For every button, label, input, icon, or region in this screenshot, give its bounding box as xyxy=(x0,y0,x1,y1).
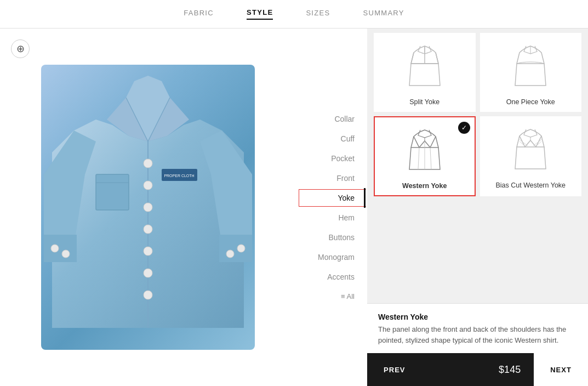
bias-cut-western-yoke-label: Bias Cut Western Yoke xyxy=(495,181,566,189)
nav-sizes[interactable]: SIZES xyxy=(306,9,330,19)
zoom-button[interactable]: ⊕ xyxy=(11,39,30,58)
option-bias-cut-western-yoke[interactable]: Bias Cut Western Yoke xyxy=(480,116,582,196)
svg-line-19 xyxy=(430,147,431,169)
zoom-icon: ⊕ xyxy=(16,43,25,55)
bottom-bar: PREV $145 NEXT xyxy=(367,353,588,386)
top-navigation: FABRIC STYLE SIZES SUMMARY xyxy=(0,0,588,29)
svg-point-9 xyxy=(62,250,70,258)
option-split-yoke[interactable]: Split Yoke xyxy=(374,33,476,112)
sidebar-item-hem[interactable]: Hem xyxy=(296,208,366,228)
sidebar-item-buttons[interactable]: Buttons xyxy=(296,228,366,247)
svg-point-5 xyxy=(144,247,152,256)
nav-summary[interactable]: SUMMARY xyxy=(363,9,404,19)
description-title: Western Yoke xyxy=(378,313,577,321)
options-panel: Split Yoke One Piece Yoke ✓ xyxy=(367,29,588,386)
svg-text:PROPER CLOTH: PROPER CLOTH xyxy=(164,174,194,178)
svg-point-4 xyxy=(144,225,152,234)
description-text: The panel along the front and back of th… xyxy=(378,324,577,345)
svg-line-17 xyxy=(418,147,419,169)
svg-point-10 xyxy=(237,245,245,252)
option-one-piece-yoke[interactable]: One Piece Yoke xyxy=(480,33,582,112)
prev-button[interactable]: PREV xyxy=(367,353,422,386)
nav-style[interactable]: STYLE xyxy=(247,8,273,20)
sidebar-item-monogram[interactable]: Monogram xyxy=(296,247,366,267)
svg-line-20 xyxy=(518,139,528,146)
sidebar-item-pocket[interactable]: Pocket xyxy=(296,149,366,168)
style-sidebar: Collar Cuff Pocket Front Yoke Hem Button… xyxy=(296,29,367,386)
svg-point-2 xyxy=(144,181,152,190)
svg-point-8 xyxy=(51,245,59,252)
sidebar-item-front[interactable]: Front xyxy=(296,168,366,188)
shirt-image: PROPER CLOTH xyxy=(41,65,255,350)
sidebar-item-accents[interactable]: Accents xyxy=(296,267,366,287)
svg-point-7 xyxy=(144,291,152,299)
selected-check-badge: ✓ xyxy=(458,122,470,134)
svg-point-11 xyxy=(226,250,234,258)
svg-point-6 xyxy=(144,269,152,277)
sidebar-item-yoke[interactable]: Yoke xyxy=(296,188,366,208)
split-yoke-label: Split Yoke xyxy=(409,98,439,106)
next-button[interactable]: NEXT xyxy=(534,353,588,386)
description-section: Western Yoke The panel along the front a… xyxy=(367,303,588,353)
nav-fabric[interactable]: FABRIC xyxy=(184,9,214,19)
option-western-yoke[interactable]: ✓ xyxy=(374,116,476,196)
split-yoke-illustration xyxy=(379,39,471,94)
main-layout: ⊕ xyxy=(0,29,588,386)
svg-line-22 xyxy=(533,139,543,146)
yoke-options-grid: Split Yoke One Piece Yoke ✓ xyxy=(367,29,588,303)
western-yoke-illustration xyxy=(379,123,470,178)
sidebar-item-cuff[interactable]: Cuff xyxy=(296,129,366,149)
svg-rect-12 xyxy=(96,174,129,210)
shirt-preview-panel: ⊕ xyxy=(0,29,296,386)
sidebar-item-collar[interactable]: Collar xyxy=(296,109,366,129)
svg-point-3 xyxy=(144,203,152,212)
western-yoke-label: Western Yoke xyxy=(402,182,447,190)
active-indicator xyxy=(299,189,366,207)
one-piece-yoke-label: One Piece Yoke xyxy=(506,98,555,106)
price-display: $145 xyxy=(422,364,534,376)
one-piece-yoke-illustration xyxy=(485,39,577,94)
bias-cut-illustration xyxy=(485,122,577,177)
sidebar-all[interactable]: ≡ All xyxy=(335,287,366,306)
svg-point-1 xyxy=(144,159,152,168)
